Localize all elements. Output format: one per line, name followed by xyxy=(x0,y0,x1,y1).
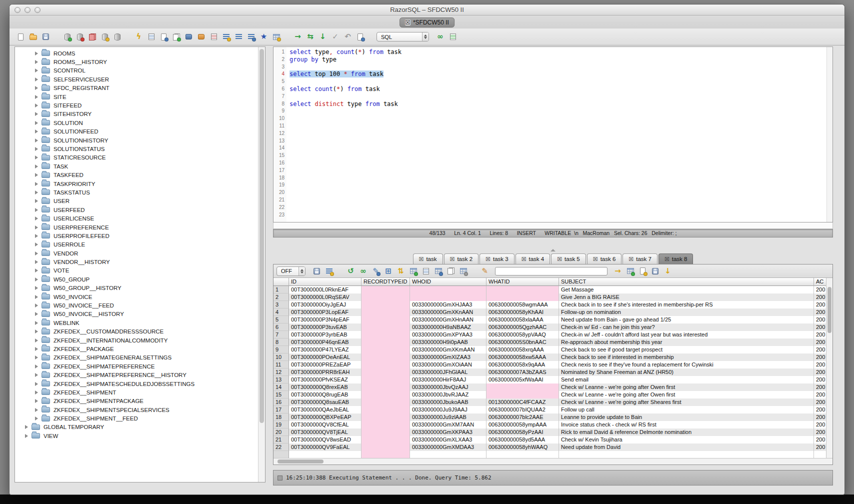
copy-table-icon[interactable] xyxy=(458,266,468,276)
table-row[interactable]: 1200T3000000PRR8rEAH0033000000JFhGlAAL00… xyxy=(274,368,827,376)
sort-lines-icon[interactable] xyxy=(221,32,232,42)
disclosure-triangle-icon[interactable] xyxy=(35,312,38,316)
sql-code-area[interactable]: select type, count(*) from taskgroup by … xyxy=(286,47,826,222)
tree-item-zkfedex-customaddresssource[interactable]: ZKFEDEX__CUSTOMADDRESSSOURCE xyxy=(15,328,258,336)
table-row[interactable]: 400T3000000P3LopEAF0033000000GmXKnAAN006… xyxy=(274,308,827,316)
disclosure-triangle-icon[interactable] xyxy=(35,121,38,125)
result-tab-task-2[interactable]: ☒task 2 xyxy=(444,254,479,264)
disclosure-triangle-icon[interactable] xyxy=(35,260,38,264)
copy-results-icon[interactable] xyxy=(446,266,456,276)
align-lines-icon[interactable] xyxy=(234,32,244,42)
disclosure-triangle-icon[interactable] xyxy=(35,182,38,186)
disclosure-triangle-icon[interactable] xyxy=(35,164,38,168)
table-row[interactable]: 1800T3000000QBXPeEAP0033000000Ju9zlAAB00… xyxy=(274,414,827,421)
disclosure-triangle-icon[interactable] xyxy=(35,208,38,212)
table-row[interactable]: 1700T3000000QAeJbEAL0033000000Ju9J9AAJ00… xyxy=(274,406,827,414)
disclosure-triangle-icon[interactable] xyxy=(35,338,38,342)
minimize-button[interactable] xyxy=(24,7,30,13)
tree-item-vote[interactable]: VOTE xyxy=(15,266,258,275)
commit-icon[interactable]: ✓ xyxy=(330,32,340,42)
disclosure-triangle-icon[interactable] xyxy=(35,138,38,142)
disclosure-triangle-icon[interactable] xyxy=(35,252,38,256)
document-tab[interactable]: ☒ *SFDCW50 II xyxy=(400,18,454,28)
export-table-icon[interactable] xyxy=(271,32,282,42)
result-tab-task[interactable]: ☒task xyxy=(413,254,443,264)
tree-item-selfserviceuser[interactable]: SELFSERVICEUSER xyxy=(15,75,258,84)
reference-book-icon[interactable] xyxy=(196,32,206,42)
tree-item-view[interactable]: VIEW xyxy=(15,432,258,440)
disclosure-triangle-icon[interactable] xyxy=(35,364,38,368)
table-row[interactable]: 700T3000000P3yrbEAB0033000000GmXPYAA3006… xyxy=(274,331,827,338)
disclosure-triangle-icon[interactable] xyxy=(35,286,38,290)
table-row[interactable]: 1000T3000000POeAnEAL0033000000GmXIZAA300… xyxy=(274,354,827,361)
disclosure-triangle-icon[interactable] xyxy=(35,390,38,394)
splitter-grip-icon[interactable] xyxy=(550,249,556,252)
result-tab-task-6[interactable]: ☒task 6 xyxy=(587,254,622,264)
disclosure-triangle-icon[interactable] xyxy=(25,434,28,438)
disclosure-triangle-icon[interactable] xyxy=(35,304,38,308)
tree-item-sitehistory[interactable]: SITEHISTORY xyxy=(15,110,258,118)
sql-editor[interactable]: 1234567891011121314151617181920212223 se… xyxy=(273,46,833,222)
help-book-icon[interactable] xyxy=(184,32,194,42)
tree-item-zkfedex-shipment[interactable]: ZKFEDEX__SHIPMENT xyxy=(15,388,258,396)
table-row[interactable]: 1500T3000000Q8rugEAB0033000000JbvRJAAZCh… xyxy=(274,391,827,398)
results-format-icon[interactable] xyxy=(448,32,458,42)
tree-item-userpreference[interactable]: USERPREFERENCE xyxy=(15,223,258,232)
disclosure-triangle-icon[interactable] xyxy=(35,78,38,82)
result-tab-task-5[interactable]: ☒task 5 xyxy=(551,254,586,264)
tree-item-w50-group-history[interactable]: W50_GROUP__HISTORY xyxy=(15,284,258,292)
tab-close-icon[interactable]: ☒ xyxy=(486,256,490,262)
disclosure-triangle-icon[interactable] xyxy=(35,347,38,351)
table-row[interactable]: 1300T3000000PfvKSEAZ0033000000HirF8AAJ00… xyxy=(274,376,827,384)
tab-close-icon[interactable]: ☒ xyxy=(557,256,562,262)
tree-item-taskstatus[interactable]: TASKSTATUS xyxy=(15,188,258,196)
column-header-recordtypeid[interactable]: RECORDTYPEID xyxy=(362,278,410,286)
disclosure-triangle-icon[interactable] xyxy=(35,95,38,99)
tree-item-global-temporary[interactable]: GLOBAL TEMPORARY xyxy=(15,423,258,432)
view-options-icon[interactable]: ∞ xyxy=(435,32,446,42)
table-row[interactable]: 2200T3000000QV9FaEAL0033000000GmXMDAA300… xyxy=(274,444,827,451)
disclosure-triangle-icon[interactable] xyxy=(35,147,38,151)
new-clipboard-icon[interactable] xyxy=(638,266,648,276)
tree-item-zkfedex-shipmentpackage[interactable]: ZKFEDEX__SHIPMENTPACKAGE xyxy=(15,397,258,406)
edit-cell-icon[interactable]: ✎ xyxy=(370,266,381,276)
tree-item-userfeed[interactable]: USERFEED xyxy=(15,206,258,214)
save-results-icon[interactable] xyxy=(312,266,322,276)
tree-item-zkfedex-shipmatepreference-history[interactable]: ZKFEDEX__SHIPMATEPREFERENCE__HISTORY xyxy=(15,370,258,379)
tab-close-icon[interactable]: ☒ xyxy=(522,256,526,262)
tree-item-solutionhistory[interactable]: SOLUTIONHISTORY xyxy=(15,136,258,144)
column-header-whatid[interactable]: WHATID xyxy=(486,278,559,286)
tree-item-sitefeed[interactable]: SITEFEED xyxy=(15,101,258,110)
refresh-sql-icon[interactable] xyxy=(171,32,182,42)
tree-item-task[interactable]: TASK xyxy=(15,162,258,170)
disclosure-triangle-icon[interactable] xyxy=(35,68,38,72)
insert-row-icon[interactable]: ⊞ xyxy=(383,266,394,276)
disclosure-triangle-icon[interactable] xyxy=(35,130,38,134)
table-row[interactable]: 100T3000000L0RknEAFGet Massage200 xyxy=(274,286,827,294)
tree-scrollbar[interactable] xyxy=(258,47,265,482)
table-row[interactable]: 300T3000000OiyJgEAJ0033000000GmXHJAA3006… xyxy=(274,301,827,308)
table-row[interactable]: 200T3000000L0RqSEAVGive Jenn a BIG RAISE… xyxy=(274,294,827,301)
tree-item-taskpriority[interactable]: TASKPRIORITY xyxy=(15,180,258,188)
disclosure-triangle-icon[interactable] xyxy=(35,104,38,108)
statement-type-select[interactable]: SQL xyxy=(376,32,429,42)
zoom-button[interactable] xyxy=(34,7,40,13)
edit-sql-icon[interactable] xyxy=(158,32,169,42)
highlight-icon[interactable]: ✎ xyxy=(480,266,490,276)
tree-item-zkfedex-shipment-feed[interactable]: ZKFEDEX__SHIPMENT__FEED xyxy=(15,414,258,422)
column-header-rownum[interactable] xyxy=(274,278,289,286)
tree-item-weblink[interactable]: WEBLINK xyxy=(15,318,258,327)
history-list-icon[interactable] xyxy=(208,32,219,42)
tab-close-icon[interactable]: ☒ xyxy=(405,20,410,26)
tree-item-userprofilefeed[interactable]: USERPROFILEFEED xyxy=(15,232,258,240)
disclosure-triangle-icon[interactable] xyxy=(35,199,38,203)
table-row[interactable]: 1100T3000000PREZaEAP0033000000GmXOiAAN00… xyxy=(274,361,827,368)
execute-fetch-icon[interactable]: ⇆ xyxy=(305,32,316,42)
tree-item-w50-invoice-feed[interactable]: W50_INVOICE__FEED xyxy=(15,301,258,310)
disclosure-triangle-icon[interactable] xyxy=(25,425,28,429)
column-header-ac[interactable]: AC xyxy=(814,278,827,286)
disclosure-triangle-icon[interactable] xyxy=(35,408,38,412)
tree-item-staticresource[interactable]: STATICRESOURCE xyxy=(15,154,258,162)
tab-close-icon[interactable]: ☒ xyxy=(450,256,455,262)
disclosure-triangle-icon[interactable] xyxy=(35,330,38,334)
